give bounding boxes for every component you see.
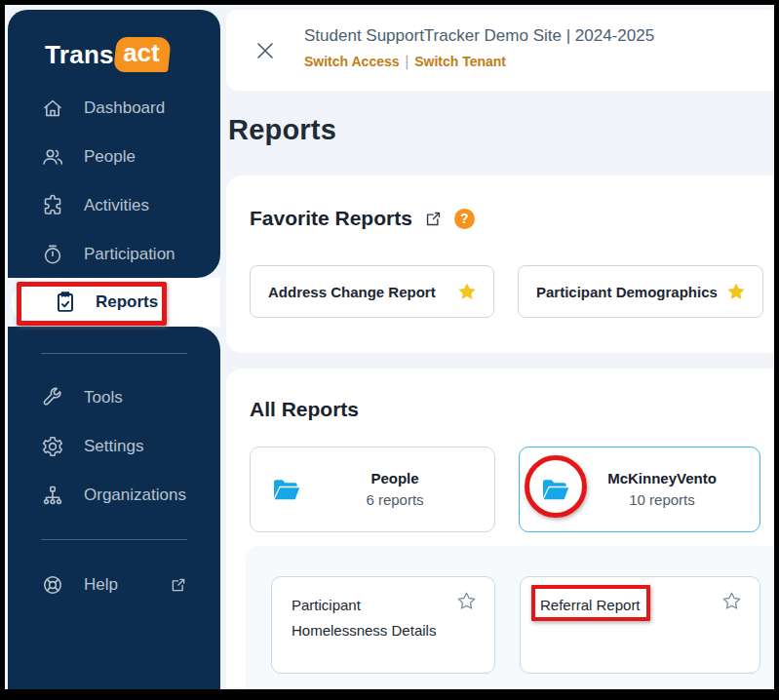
logo-text-suffix: act [123, 38, 160, 68]
sidebar-item-label: Tools [84, 388, 123, 408]
link-separator: | [400, 54, 415, 69]
sidebar: Trans act Dashboard People Activities [8, 10, 220, 689]
sidebar-item-label: Settings [84, 437, 143, 456]
folder-text: People 6 reports [315, 468, 475, 511]
clipboard-check-icon [53, 290, 78, 315]
home-icon [41, 97, 64, 120]
external-link-icon[interactable] [424, 210, 443, 228]
tenant-links: Switch Access|Switch Tenant [304, 54, 506, 69]
favorite-reports-heading: Favorite Reports [250, 207, 412, 230]
all-reports-section: All Reports People 6 reports McKinneyVen… [226, 369, 774, 689]
folder-text: McKinneyVento 10 reports [584, 468, 740, 511]
folders-row: People 6 reports McKinneyVento 10 report… [250, 447, 760, 532]
gear-icon [41, 435, 64, 458]
all-reports-heading: All Reports [250, 398, 359, 421]
star-filled-icon[interactable] [456, 281, 478, 302]
page-title: Reports [228, 114, 336, 146]
app-window: Trans act Dashboard People Activities [5, 5, 774, 689]
sidebar-item-label: Help [84, 575, 118, 595]
folder-count: 6 reports [315, 489, 475, 511]
sidebar-item-settings[interactable]: Settings [8, 422, 220, 471]
all-reports-heading-row: All Reports [250, 398, 359, 421]
favorite-reports-row: Address Change Report Participant Demogr… [250, 265, 763, 318]
org-chart-icon [41, 484, 64, 507]
folder-card-mckinneyvento[interactable]: McKinneyVento 10 reports [519, 447, 760, 532]
switch-access-link[interactable]: Switch Access [304, 54, 400, 69]
favorite-report-participant-demographics[interactable]: Participant Demographics [518, 265, 763, 318]
puzzle-icon [41, 194, 64, 217]
favorite-report-label: Address Change Report [268, 284, 436, 300]
report-name: Referral Report [540, 597, 641, 613]
sidebar-item-label: Participation [84, 245, 175, 264]
sidebar-divider [41, 353, 187, 354]
folder-card-people[interactable]: People 6 reports [250, 447, 495, 532]
people-icon [41, 145, 64, 169]
sidebar-top-section: Trans act Dashboard People Activities [8, 10, 220, 278]
sidebar-secondary-nav: Tools Settings Organizations [8, 373, 220, 520]
favorite-reports-section: Favorite Reports ? Address Change Report… [226, 175, 774, 353]
sidebar-item-activities[interactable]: Activities [8, 181, 220, 230]
folder-icon [539, 474, 570, 505]
sidebar-item-label: Reports [96, 292, 158, 312]
sidebar-item-organizations[interactable]: Organizations [8, 471, 220, 520]
folder-name: People [315, 468, 475, 489]
close-icon[interactable] [253, 39, 277, 62]
favorite-reports-heading-row: Favorite Reports ? [250, 207, 475, 230]
reports-row: Participant Homelessness Details Referra… [271, 576, 760, 674]
report-card-participant-homelessness-details[interactable]: Participant Homelessness Details [271, 576, 495, 674]
sidebar-primary-nav: Dashboard People Activities Participatio… [8, 84, 220, 278]
star-outline-icon[interactable] [721, 591, 742, 611]
sidebar-item-label: Dashboard [84, 98, 165, 118]
switch-tenant-link[interactable]: Switch Tenant [414, 54, 506, 69]
external-link-icon [170, 576, 187, 594]
tenant-header: Student SupportTracker Demo Site | 2024-… [226, 10, 774, 91]
transact-logo: Trans act [45, 33, 220, 76]
sidebar-item-reports-active[interactable]: Reports [12, 278, 220, 327]
sidebar-divider [41, 539, 187, 540]
folder-contents-panel: Participant Homelessness Details Referra… [246, 546, 774, 689]
sidebar-item-tools[interactable]: Tools [8, 373, 220, 422]
sidebar-bottom-section: Tools Settings Organizations Help [8, 327, 220, 689]
wrench-icon [41, 386, 64, 409]
star-filled-icon[interactable] [725, 281, 747, 302]
logo-orange-shape: act [113, 37, 171, 72]
sidebar-item-label: Activities [84, 196, 149, 215]
favorite-report-address-change[interactable]: Address Change Report [250, 265, 494, 318]
sidebar-item-label: Organizations [84, 486, 186, 505]
report-card-referral-report[interactable]: Referral Report [520, 576, 760, 674]
favorite-report-label: Participant Demographics [536, 284, 718, 300]
help-question-icon[interactable]: ? [454, 209, 475, 229]
stopwatch-icon [41, 243, 64, 266]
sidebar-item-label: People [84, 147, 136, 167]
sidebar-item-dashboard[interactable]: Dashboard [8, 84, 220, 133]
folder-icon [270, 474, 301, 505]
folder-count: 10 reports [584, 489, 740, 511]
sidebar-item-people[interactable]: People [8, 133, 220, 181]
sidebar-item-participation[interactable]: Participation [8, 230, 220, 278]
report-name: Participant Homelessness Details [292, 597, 436, 639]
folder-name: McKinneyVento [584, 468, 740, 489]
life-ring-icon [41, 573, 64, 597]
star-outline-icon[interactable] [456, 591, 477, 611]
tenant-title: Student SupportTracker Demo Site | 2024-… [304, 26, 654, 46]
sidebar-item-help[interactable]: Help [8, 561, 220, 609]
logo-text-prefix: Trans [45, 40, 114, 70]
